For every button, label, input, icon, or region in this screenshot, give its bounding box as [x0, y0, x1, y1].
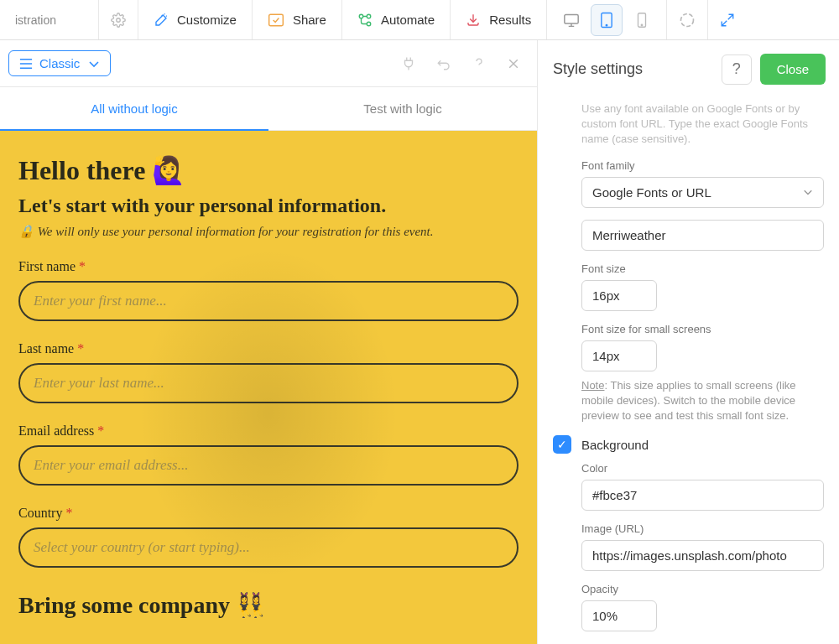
email-label: Email address *: [18, 423, 519, 439]
topbar: istration Customize Share Automate Resul…: [0, 0, 839, 40]
background-section-label: Background: [581, 438, 649, 452]
first-name-input[interactable]: [18, 281, 519, 321]
share-box-icon: [268, 13, 284, 28]
device-mobile-button[interactable]: [626, 4, 658, 36]
svg-point-9: [641, 24, 643, 26]
gear-icon: [111, 13, 126, 28]
svg-point-0: [117, 18, 121, 22]
form-section-heading: Bring some company 👯‍♀️: [18, 591, 519, 619]
form-preview: Hello there 🙋‍♀️ Let's start with your p…: [0, 131, 537, 644]
chevron-down-icon: [803, 188, 813, 196]
style-panel-body[interactable]: Use any font available on Google Fonts o…: [538, 98, 839, 644]
bg-opacity-label: Opacity: [581, 583, 824, 595]
subbar: Classic: [0, 40, 537, 87]
font-size-small-note: Note: This size applies to small screens…: [581, 378, 824, 424]
device-desktop-button[interactable]: [555, 4, 587, 36]
plug-icon[interactable]: [401, 56, 416, 71]
results-icon: [466, 13, 481, 28]
svg-point-4: [367, 14, 371, 18]
topbar-loading-button[interactable]: [667, 0, 708, 39]
email-input[interactable]: [18, 445, 519, 486]
svg-point-7: [606, 24, 607, 26]
desktop-icon: [563, 13, 580, 28]
country-select[interactable]: [18, 527, 519, 568]
loading-icon: [679, 12, 696, 29]
bg-opacity-input[interactable]: [581, 600, 657, 631]
font-hint-text: Use any font available on Google Fonts o…: [581, 101, 824, 148]
tab-results[interactable]: Results: [451, 0, 547, 39]
tab-test-with-logic[interactable]: Test with logic: [268, 87, 537, 131]
svg-rect-1: [269, 14, 284, 25]
style-panel: Style settings ? Close Use any font avai…: [537, 40, 839, 644]
automate-icon: [357, 13, 373, 28]
font-size-small-label: Font size for small screens: [581, 323, 824, 335]
help-icon[interactable]: [472, 56, 487, 71]
close-icon[interactable]: [507, 57, 520, 70]
svg-point-10: [681, 13, 694, 26]
undo-icon[interactable]: [436, 57, 451, 70]
svg-point-2: [359, 14, 363, 18]
font-family-label: Font family: [581, 159, 824, 172]
tablet-icon: [600, 12, 613, 29]
chevron-down-icon: [88, 60, 100, 68]
panel-close-button[interactable]: Close: [760, 54, 826, 85]
font-size-input[interactable]: [581, 280, 657, 311]
device-preview-group: [547, 0, 667, 39]
form-privacy-note: 🔒 We will only use your personal informa…: [18, 224, 519, 239]
menu-icon: [19, 58, 33, 70]
bg-color-label: Color: [581, 462, 824, 475]
svg-point-3: [367, 22, 371, 26]
first-name-label: First name *: [18, 259, 519, 274]
font-family-input[interactable]: [581, 220, 824, 251]
expand-button[interactable]: [708, 0, 747, 39]
preview-tabs: All without logic Test with logic: [0, 87, 537, 131]
form-heading: Hello there 🙋‍♀️: [18, 154, 519, 186]
font-size-small-input[interactable]: [581, 340, 657, 371]
bg-color-input[interactable]: [581, 480, 824, 511]
breadcrumb: istration: [0, 0, 99, 39]
background-checkbox[interactable]: ✓: [553, 435, 571, 454]
mobile-icon: [637, 12, 647, 29]
last-name-input[interactable]: [18, 363, 519, 403]
wand-icon: [154, 13, 169, 28]
svg-rect-5: [565, 14, 578, 23]
tab-all-without-logic[interactable]: All without logic: [0, 87, 268, 131]
device-tablet-button[interactable]: [591, 4, 623, 36]
theme-dropdown[interactable]: Classic: [8, 50, 111, 76]
expand-icon: [720, 13, 735, 28]
font-size-label: Font size: [581, 262, 824, 275]
tab-automate[interactable]: Automate: [342, 0, 451, 39]
bg-image-label: Image (URL): [581, 522, 824, 535]
left-column: Classic All without logic Test with logi…: [0, 40, 537, 644]
panel-help-button[interactable]: ?: [722, 55, 752, 85]
settings-gear-button[interactable]: [99, 0, 138, 39]
style-panel-header: Style settings ? Close: [538, 40, 839, 98]
country-label: Country *: [18, 506, 519, 521]
last-name-label: Last name *: [18, 341, 519, 356]
font-family-source-select[interactable]: Google Fonts or URL: [581, 177, 824, 208]
theme-label: Classic: [39, 56, 80, 70]
tab-share[interactable]: Share: [253, 0, 342, 39]
bg-image-input[interactable]: [581, 540, 824, 571]
form-subheading: Let's start with your personal informati…: [18, 195, 519, 217]
tab-customize[interactable]: Customize: [138, 0, 253, 39]
style-panel-title: Style settings: [553, 60, 643, 78]
main-area: Classic All without logic Test with logi…: [0, 40, 839, 644]
